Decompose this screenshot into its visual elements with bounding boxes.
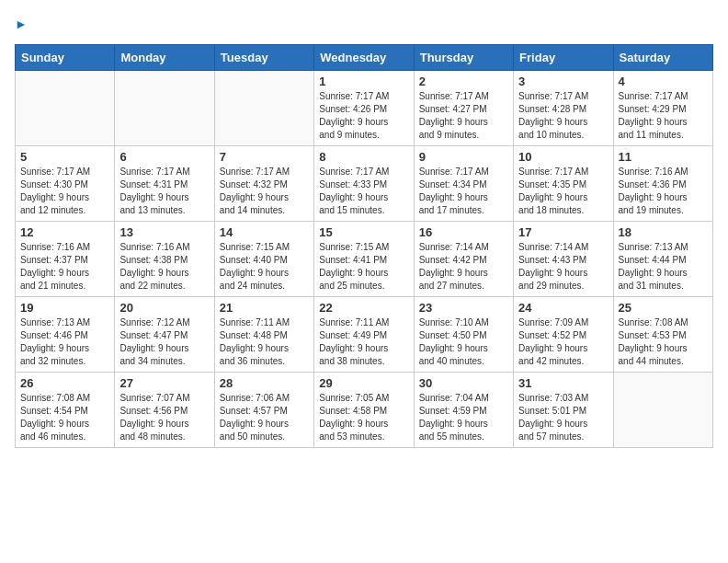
calendar-cell: 21Sunrise: 7:11 AMSunset: 4:48 PMDayligh… (214, 296, 313, 372)
calendar-cell: 29Sunrise: 7:05 AMSunset: 4:58 PMDayligh… (314, 372, 414, 447)
calendar-cell: 22Sunrise: 7:11 AMSunset: 4:49 PMDayligh… (314, 296, 414, 372)
day-number: 4 (619, 75, 708, 88)
weekday-header-monday: Monday (115, 44, 214, 70)
calendar-cell (16, 70, 115, 145)
calendar-cell: 24Sunrise: 7:09 AMSunset: 4:52 PMDayligh… (514, 296, 613, 372)
cell-info: Sunrise: 7:08 AMSunset: 4:53 PMDaylight:… (619, 316, 708, 368)
calendar-cell: 26Sunrise: 7:08 AMSunset: 4:54 PMDayligh… (16, 372, 115, 447)
weekday-header-tuesday: Tuesday (214, 44, 313, 70)
cell-info: Sunrise: 7:17 AMSunset: 4:30 PMDaylight:… (20, 166, 109, 217)
cell-info: Sunrise: 7:17 AMSunset: 4:32 PMDaylight:… (220, 166, 309, 217)
calendar-cell: 19Sunrise: 7:13 AMSunset: 4:46 PMDayligh… (16, 296, 115, 372)
weekday-header-saturday: Saturday (613, 44, 712, 70)
logo-icon-shape: ► (15, 17, 28, 31)
day-number: 24 (518, 301, 608, 315)
cell-info: Sunrise: 7:17 AMSunset: 4:26 PMDaylight:… (319, 90, 408, 142)
calendar-week-row: 5Sunrise: 7:17 AMSunset: 4:30 PMDaylight… (16, 145, 713, 221)
day-number: 21 (220, 301, 309, 315)
calendar-week-row: 12Sunrise: 7:16 AMSunset: 4:37 PMDayligh… (16, 221, 713, 296)
calendar-cell: 4Sunrise: 7:17 AMSunset: 4:29 PMDaylight… (613, 70, 712, 145)
calendar-cell: 15Sunrise: 7:15 AMSunset: 4:41 PMDayligh… (314, 221, 414, 296)
calendar-header-row: SundayMondayTuesdayWednesdayThursdayFrid… (16, 44, 713, 70)
cell-info: Sunrise: 7:12 AMSunset: 4:47 PMDaylight:… (119, 316, 209, 368)
day-number: 15 (319, 225, 408, 239)
cell-info: Sunrise: 7:03 AMSunset: 5:01 PMDaylight:… (518, 392, 608, 443)
calendar-cell: 9Sunrise: 7:17 AMSunset: 4:34 PMDaylight… (414, 145, 513, 221)
calendar-cell: 1Sunrise: 7:17 AMSunset: 4:26 PMDaylight… (314, 70, 414, 145)
calendar-table: SundayMondayTuesdayWednesdayThursdayFrid… (15, 44, 713, 448)
day-number: 30 (419, 376, 508, 390)
day-number: 19 (20, 301, 109, 315)
cell-info: Sunrise: 7:04 AMSunset: 4:59 PMDaylight:… (419, 392, 508, 443)
day-number: 17 (518, 225, 608, 239)
day-number: 22 (319, 301, 408, 315)
cell-info: Sunrise: 7:17 AMSunset: 4:27 PMDaylight:… (419, 90, 508, 142)
day-number: 16 (419, 225, 508, 239)
day-number: 3 (518, 75, 608, 88)
cell-info: Sunrise: 7:06 AMSunset: 4:57 PMDaylight:… (220, 392, 309, 443)
cell-info: Sunrise: 7:14 AMSunset: 4:42 PMDaylight:… (419, 241, 508, 293)
calendar-cell: 20Sunrise: 7:12 AMSunset: 4:47 PMDayligh… (115, 296, 214, 372)
cell-info: Sunrise: 7:08 AMSunset: 4:54 PMDaylight:… (20, 392, 109, 443)
calendar-cell: 3Sunrise: 7:17 AMSunset: 4:28 PMDaylight… (514, 70, 613, 145)
weekday-header-friday: Friday (514, 44, 613, 70)
cell-info: Sunrise: 7:10 AMSunset: 4:50 PMDaylight:… (419, 316, 508, 368)
day-number: 8 (319, 150, 408, 164)
day-number: 6 (119, 150, 209, 164)
cell-info: Sunrise: 7:16 AMSunset: 4:37 PMDaylight:… (20, 241, 109, 293)
cell-info: Sunrise: 7:07 AMSunset: 4:56 PMDaylight:… (119, 392, 209, 443)
day-number: 28 (220, 376, 309, 390)
day-number: 5 (20, 150, 109, 164)
cell-info: Sunrise: 7:17 AMSunset: 4:29 PMDaylight:… (619, 90, 708, 142)
calendar-cell: 13Sunrise: 7:16 AMSunset: 4:38 PMDayligh… (115, 221, 214, 296)
calendar-cell (214, 70, 313, 145)
cell-info: Sunrise: 7:16 AMSunset: 4:38 PMDaylight:… (119, 241, 209, 293)
cell-info: Sunrise: 7:13 AMSunset: 4:46 PMDaylight:… (20, 316, 109, 368)
cell-info: Sunrise: 7:14 AMSunset: 4:43 PMDaylight:… (518, 241, 608, 293)
cell-info: Sunrise: 7:16 AMSunset: 4:36 PMDaylight:… (619, 166, 708, 217)
cell-info: Sunrise: 7:09 AMSunset: 4:52 PMDaylight:… (518, 316, 608, 368)
cell-info: Sunrise: 7:17 AMSunset: 4:35 PMDaylight:… (518, 166, 608, 217)
calendar-cell (613, 372, 712, 447)
calendar-week-row: 1Sunrise: 7:17 AMSunset: 4:26 PMDaylight… (16, 70, 713, 145)
day-number: 9 (419, 150, 508, 164)
day-number: 10 (518, 150, 608, 164)
cell-info: Sunrise: 7:15 AMSunset: 4:41 PMDaylight:… (319, 241, 408, 293)
calendar-week-row: 19Sunrise: 7:13 AMSunset: 4:46 PMDayligh… (16, 296, 713, 372)
cell-info: Sunrise: 7:05 AMSunset: 4:58 PMDaylight:… (319, 392, 408, 443)
cell-info: Sunrise: 7:17 AMSunset: 4:28 PMDaylight:… (518, 90, 608, 142)
calendar-cell: 11Sunrise: 7:16 AMSunset: 4:36 PMDayligh… (613, 145, 712, 221)
calendar-cell: 12Sunrise: 7:16 AMSunset: 4:37 PMDayligh… (16, 221, 115, 296)
day-number: 7 (220, 150, 309, 164)
calendar-week-row: 26Sunrise: 7:08 AMSunset: 4:54 PMDayligh… (16, 372, 713, 447)
calendar-cell: 16Sunrise: 7:14 AMSunset: 4:42 PMDayligh… (414, 221, 513, 296)
logo: ► (15, 15, 28, 33)
day-number: 14 (220, 225, 309, 239)
cell-info: Sunrise: 7:17 AMSunset: 4:34 PMDaylight:… (419, 166, 508, 217)
calendar-cell: 2Sunrise: 7:17 AMSunset: 4:27 PMDaylight… (414, 70, 513, 145)
cell-info: Sunrise: 7:11 AMSunset: 4:49 PMDaylight:… (319, 316, 408, 368)
day-number: 12 (20, 225, 109, 239)
day-number: 31 (518, 376, 608, 390)
calendar-cell: 31Sunrise: 7:03 AMSunset: 5:01 PMDayligh… (514, 372, 613, 447)
cell-info: Sunrise: 7:15 AMSunset: 4:40 PMDaylight:… (220, 241, 309, 293)
day-number: 18 (619, 225, 708, 239)
calendar-cell: 10Sunrise: 7:17 AMSunset: 4:35 PMDayligh… (514, 145, 613, 221)
day-number: 25 (619, 301, 708, 315)
day-number: 13 (119, 225, 209, 239)
calendar-cell: 18Sunrise: 7:13 AMSunset: 4:44 PMDayligh… (613, 221, 712, 296)
calendar-cell: 14Sunrise: 7:15 AMSunset: 4:40 PMDayligh… (214, 221, 313, 296)
day-number: 26 (20, 376, 109, 390)
weekday-header-wednesday: Wednesday (314, 44, 414, 70)
cell-info: Sunrise: 7:17 AMSunset: 4:31 PMDaylight:… (119, 166, 209, 217)
page-header: ► (15, 15, 713, 33)
calendar-cell: 7Sunrise: 7:17 AMSunset: 4:32 PMDaylight… (214, 145, 313, 221)
calendar-cell: 8Sunrise: 7:17 AMSunset: 4:33 PMDaylight… (314, 145, 414, 221)
cell-info: Sunrise: 7:11 AMSunset: 4:48 PMDaylight:… (220, 316, 309, 368)
calendar-cell: 17Sunrise: 7:14 AMSunset: 4:43 PMDayligh… (514, 221, 613, 296)
calendar-cell: 5Sunrise: 7:17 AMSunset: 4:30 PMDaylight… (16, 145, 115, 221)
day-number: 29 (319, 376, 408, 390)
weekday-header-sunday: Sunday (16, 44, 115, 70)
day-number: 27 (119, 376, 209, 390)
calendar-cell: 30Sunrise: 7:04 AMSunset: 4:59 PMDayligh… (414, 372, 513, 447)
